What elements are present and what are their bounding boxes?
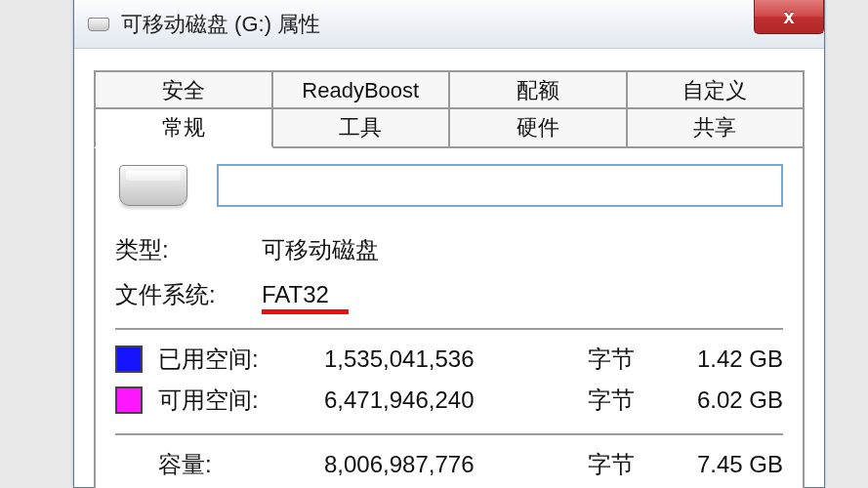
close-button[interactable]: x <box>754 0 824 34</box>
drive-name-input[interactable] <box>217 164 783 207</box>
type-value: 可移动磁盘 <box>262 234 379 265</box>
free-space-row: 可用空间: 6,471,946,240 字节 6.02 GB <box>115 385 783 416</box>
content-area: 安全 ReadyBoost 配额 自定义 常规 工具 硬件 共享 类型: 可移动… <box>74 49 824 488</box>
free-unit: 字节 <box>588 385 656 416</box>
divider-1 <box>115 328 783 330</box>
type-row: 类型: 可移动磁盘 <box>115 234 783 265</box>
tab-tools[interactable]: 工具 <box>271 107 451 148</box>
close-icon: x <box>783 6 794 28</box>
used-unit: 字节 <box>588 344 656 375</box>
filesystem-row: 文件系统: FAT32 <box>115 279 783 310</box>
tab-readyboost[interactable]: ReadyBoost <box>271 70 451 111</box>
free-swatch <box>115 386 143 414</box>
used-swatch <box>115 346 143 373</box>
filesystem-label: 文件系统: <box>115 279 262 310</box>
tab-general[interactable]: 常规 <box>94 107 273 148</box>
annotation-underline <box>262 309 349 314</box>
capacity-row: 容量: 8,006,987,776 字节 7.45 GB <box>115 449 783 480</box>
type-label: 类型: <box>115 234 262 265</box>
divider-2 <box>115 433 783 435</box>
free-gb: 6.02 GB <box>656 386 783 414</box>
free-bytes: 6,471,946,240 <box>324 386 588 414</box>
capacity-label: 容量: <box>115 449 324 480</box>
tab-quota[interactable]: 配额 <box>448 70 628 111</box>
capacity-gb: 7.45 GB <box>656 451 783 478</box>
window-title: 可移动磁盘 (G:) 属性 <box>121 10 320 39</box>
drive-name-row <box>115 164 783 207</box>
tab-hardware[interactable]: 硬件 <box>448 107 628 148</box>
filesystem-value: FAT32 <box>262 281 329 307</box>
tab-row-front: 常规 工具 硬件 共享 <box>94 107 805 148</box>
titlebar[interactable]: 可移动磁盘 (G:) 属性 x <box>74 0 824 49</box>
used-label: 已用空间: <box>158 344 324 375</box>
filesystem-value-wrap: FAT32 <box>262 281 329 308</box>
tab-security[interactable]: 安全 <box>94 70 273 111</box>
drive-large-icon <box>119 165 187 206</box>
used-gb: 1.42 GB <box>656 346 783 373</box>
used-bytes: 1,535,041,536 <box>324 346 588 373</box>
tab-customize[interactable]: 自定义 <box>626 70 806 111</box>
tab-panel-general: 类型: 可移动磁盘 文件系统: FAT32 已用空间: 1,535,041,53… <box>94 146 805 488</box>
capacity-bytes: 8,006,987,776 <box>324 451 588 478</box>
drive-icon <box>88 18 109 31</box>
tab-strip: 安全 ReadyBoost 配额 自定义 常规 工具 硬件 共享 <box>94 70 805 148</box>
properties-window: 可移动磁盘 (G:) 属性 x 安全 ReadyBoost 配额 自定义 常规 … <box>73 0 825 488</box>
tab-sharing[interactable]: 共享 <box>626 107 806 148</box>
used-space-row: 已用空间: 1,535,041,536 字节 1.42 GB <box>115 344 783 375</box>
free-label: 可用空间: <box>158 385 324 416</box>
capacity-unit: 字节 <box>588 449 656 480</box>
tab-row-back: 安全 ReadyBoost 配额 自定义 <box>94 70 805 111</box>
